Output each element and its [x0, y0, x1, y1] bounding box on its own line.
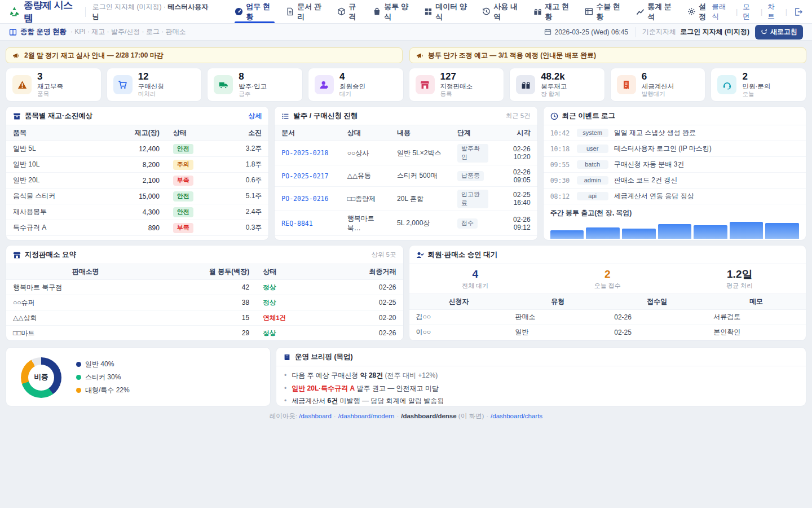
breadcrumb: · KPI · 재고 · 발주/신청 · 로그 · 판매소	[70, 27, 186, 37]
nav-label-inventory: 재고 현황	[545, 2, 573, 22]
basis-label: 기준지자체	[642, 28, 676, 36]
main-content: 2월 말 정기 재고 실사 안내 — 2/28 17:00 마감 봉투 단가 조…	[0, 41, 812, 421]
text-segment: 세금계산서	[292, 397, 327, 405]
stage-pill: 입고완료	[457, 190, 488, 208]
approvals-table: 신청자유형접수일메모 김○○판매소02-26서류검토이○○일반02-25본인확인…	[409, 294, 806, 341]
nav-item-stats[interactable]: 통계 분석	[636, 0, 676, 23]
nav-item-inventory[interactable]: 재고 현황	[533, 0, 573, 23]
footer-link[interactable]: /dashboard/dense	[401, 413, 456, 419]
table-row: PO-2025-0216□□종량제20L 혼합입고완료02-25 16:40	[275, 187, 537, 211]
stock-detail-link[interactable]: 상세	[248, 111, 262, 121]
event-source-badge: admin	[577, 176, 608, 185]
table-row: □□마트29정상02-26	[6, 326, 403, 341]
nav-item-docs[interactable]: 문서 관리	[286, 0, 326, 23]
event-message: 구매신청 자동 분배 3건	[614, 160, 685, 169]
megaphone-icon	[12, 52, 20, 59]
footer-link[interactable]: /dashboard	[299, 413, 332, 419]
seller-last-trade: 02-26	[324, 280, 403, 295]
approvals-panel-header: 회원·판매소 승인 대기	[409, 246, 806, 264]
item-status: 안전	[166, 189, 216, 204]
bar-토	[730, 222, 764, 239]
text-segment: 약 28건	[360, 371, 383, 379]
item-name: 일반 20L	[6, 173, 103, 189]
datetime-text: 2026-03-25 (Wed) 06:45	[554, 28, 628, 36]
doc-icon	[286, 7, 294, 16]
applicant-date: 02-25	[607, 325, 707, 340]
applicant-type: 판매소	[508, 309, 607, 325]
kpi-card: 48.2k봉투재고장 합계	[509, 68, 605, 102]
gear-icon	[687, 7, 696, 16]
event-message: 테스터사용자 로그인 (IP 마스킹)	[614, 144, 712, 154]
column-header: 시각	[495, 125, 537, 141]
nav-item-usage[interactable]: 사용 내역	[482, 0, 522, 23]
logout-icon[interactable]	[794, 7, 803, 16]
seller-name: ○○슈퍼	[6, 295, 165, 310]
kpi-sublabel: 대기	[339, 90, 365, 98]
nav-item-data-forms[interactable]: 데이터 양식	[424, 0, 471, 23]
footer-link[interactable]: /dashboard/charts	[491, 413, 542, 419]
column-header: 유형	[508, 294, 607, 310]
nav-item-settings[interactable]: 설정	[687, 0, 712, 23]
seller-status: 정상	[256, 326, 324, 341]
order-doc: PO-2025-0217	[275, 165, 340, 187]
seller-monthly: 51	[165, 341, 256, 341]
donut-wrap: 비중 일반 40%스티커 30%대형/특수 22%	[6, 348, 270, 406]
doc-link[interactable]: REQ-8841	[281, 220, 312, 227]
donut-center-label: 비중	[28, 365, 54, 391]
mode-link-modern[interactable]: 모던	[743, 2, 756, 21]
basis-municipality: 기준지자체 로그인 지자체 (미지정)	[642, 27, 749, 37]
kpi-sublabel: 등록	[440, 90, 473, 98]
seller-name: ◇◇할인점	[6, 341, 165, 341]
events-panel-header: 최근 이벤트 로그	[544, 107, 806, 125]
nav-label-ledger: 수불 현황	[596, 2, 625, 22]
seller-name: 행복마트 북구점	[6, 280, 165, 295]
doc-link[interactable]: PO-2025-0216	[281, 195, 328, 203]
nav-label-work: 업무 현황	[246, 2, 275, 22]
order-desc: 스티커 500매	[390, 165, 451, 187]
nav-label-docs: 문서 관리	[297, 2, 326, 22]
column-header: 문서	[275, 125, 340, 141]
applicant-name: 김○○	[409, 309, 509, 325]
kpi-value: 12	[138, 71, 164, 82]
text-segment: 일반 20L·특수규격 A	[292, 384, 355, 392]
divider: |	[785, 8, 787, 16]
doc-link[interactable]: PO-2025-0217	[281, 172, 328, 180]
event-time: 09:55	[550, 161, 571, 169]
bar-column	[550, 222, 584, 239]
table-row: 일반 5L12,400안전3.2주	[6, 141, 268, 157]
legend-item: 대형/특수 22%	[76, 386, 130, 395]
user-check-icon	[416, 251, 424, 259]
item-weeks: 2.4주	[216, 204, 268, 220]
item-qty: 15,000	[103, 189, 166, 204]
seller-last-trade: 02-26	[324, 341, 403, 341]
seller-status-text: 정상	[263, 299, 276, 306]
kpi-text: 48.2k봉투재고장 합계	[541, 71, 567, 98]
kpi-label: 봉투재고	[541, 82, 567, 90]
applicant-memo: 서류검토	[707, 309, 806, 325]
table-row: 행복마트 북구점42정상02-26	[6, 280, 403, 295]
approval-stat: 2오늘 접수	[541, 268, 674, 290]
footer-link[interactable]: /dashboard/modern	[338, 413, 395, 419]
approvals-panel-title: 회원·판매소 승인 대기	[428, 250, 498, 260]
nav-item-specs[interactable]: 규격	[337, 0, 361, 23]
columns-icon	[9, 28, 17, 36]
legend-dot	[76, 362, 81, 367]
mode-link-chart[interactable]: 차트	[767, 2, 780, 21]
mode-link-classic[interactable]: 클래식	[712, 2, 731, 21]
applicant-name: 이○○	[409, 325, 509, 340]
kpi-value: 48.2k	[541, 71, 567, 82]
refresh-button[interactable]: 새로고침	[755, 25, 803, 40]
app-title: 종량제 시스템	[24, 0, 78, 25]
item-name: 일반 5L	[6, 141, 103, 157]
nav-item-bag-forms[interactable]: 봉투 양식	[373, 0, 413, 23]
announcement-banners: 2월 말 정기 재고 실사 안내 — 2/28 17:00 마감 봉투 단가 조…	[6, 47, 806, 63]
list-icon	[281, 112, 289, 120]
column-header: 품목	[6, 125, 103, 141]
nav-item-ledger[interactable]: 수불 현황	[585, 0, 625, 23]
divider: |	[761, 8, 762, 16]
refresh-label: 새로고침	[770, 27, 797, 37]
seller-monthly: 38	[165, 295, 256, 310]
approval-stat: 1.2일평균 처리	[674, 268, 806, 290]
nav-item-work[interactable]: 업무 현황	[235, 0, 275, 23]
doc-link[interactable]: PO-2025-0218	[281, 149, 328, 157]
